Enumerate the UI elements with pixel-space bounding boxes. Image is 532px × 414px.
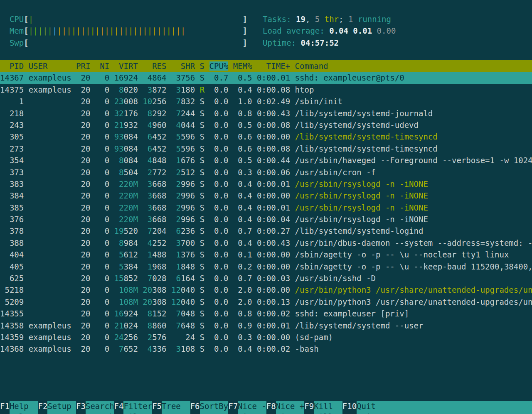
process-row[interactable]: 243 20 0 21932 4960 4044 S 0.0 0.5 0:00.… bbox=[0, 119, 532, 131]
column-header-user[interactable]: USER bbox=[29, 61, 71, 71]
fkey-f6-sortby[interactable]: SortBy bbox=[200, 412, 229, 414]
fkey-f6-key[interactable]: F6 bbox=[190, 401, 200, 412]
process-row[interactable]: 376 20 0 220M 3668 2996 S 0.0 0.4 0:00.0… bbox=[0, 213, 532, 225]
fkey-f1-help[interactable]: Help bbox=[10, 412, 38, 414]
process-row[interactable]: 273 20 0 93084 6452 5596 S 0.0 0.6 0:00.… bbox=[0, 143, 532, 154]
column-header-command[interactable]: Command bbox=[295, 61, 328, 71]
column-header-pri[interactable]: PRI bbox=[76, 61, 90, 71]
fkey-f10-quit[interactable]: Quit bbox=[357, 412, 376, 414]
fkey-f8-nice[interactable]: Nice + bbox=[276, 412, 305, 414]
fkey-f5-tree[interactable]: Tree bbox=[162, 401, 190, 412]
fkey-f6-key[interactable]: F6 bbox=[190, 412, 200, 414]
cpu-percent-cell: 0.7 bbox=[209, 73, 229, 82]
process-row[interactable]: 14375 exampleus 20 0 8020 3872 3180 R 0.… bbox=[0, 84, 532, 96]
process-row[interactable]: 14367 exampleus 20 0 16924 4864 3756 S 0… bbox=[0, 72, 532, 83]
process-row[interactable]: 5209 20 0 108M 20308 12040 S 0.0 2.0 0:0… bbox=[0, 296, 532, 308]
command-cell: /usr/bin/python3 /usr/share/unattended-u… bbox=[295, 297, 532, 306]
virt-cell-pad bbox=[114, 250, 119, 259]
swp-meter-open-bracket: [ bbox=[24, 38, 28, 47]
process-row[interactable]: 14355 20 0 16924 8152 7048 S 0.0 0.8 0:0… bbox=[0, 308, 532, 319]
shr-cell-hi: 7 bbox=[176, 109, 180, 118]
column-header-ni[interactable]: NI bbox=[95, 61, 109, 71]
column-header-shr[interactable]: SHR bbox=[171, 61, 195, 71]
process-row[interactable]: 218 20 0 32176 8292 7244 S 0.0 0.8 0:00.… bbox=[0, 108, 532, 119]
fkey-f7-key[interactable]: F7 bbox=[228, 401, 238, 412]
process-row[interactable]: 404 20 0 5612 1488 1376 S 0.0 0.1 0:00.0… bbox=[0, 249, 532, 260]
fkey-f1-key[interactable]: F1 bbox=[0, 412, 10, 414]
fkey-f1-key[interactable]: F1 bbox=[0, 401, 10, 412]
user-cell: exampleus bbox=[29, 344, 71, 353]
res-cell-pad bbox=[143, 191, 147, 200]
fkey-f2-key[interactable]: F2 bbox=[38, 401, 48, 412]
process-row[interactable]: 354 20 0 8084 4848 1676 S 0.0 0.5 0:00.4… bbox=[0, 154, 532, 166]
fkey-f1-help[interactable]: Help bbox=[10, 401, 38, 412]
virt-cell-pad bbox=[114, 191, 119, 200]
fkey-f3-search[interactable]: Search bbox=[86, 401, 114, 412]
res-cell: 292 bbox=[152, 109, 166, 118]
shr-cell: 244 bbox=[181, 109, 195, 118]
fkey-f3-key[interactable]: F3 bbox=[76, 412, 86, 414]
fkey-f7-key[interactable]: F7 bbox=[228, 412, 238, 414]
process-row[interactable]: 405 20 0 5384 1968 1848 S 0.0 0.2 0:00.0… bbox=[0, 261, 532, 272]
summary-segment: 0.01 bbox=[353, 26, 377, 35]
column-header-res[interactable]: RES bbox=[143, 61, 166, 71]
process-row[interactable]: 5218 20 0 108M 20308 12040 S 0.0 2.0 0:0… bbox=[0, 284, 532, 296]
fkey-f5-key[interactable]: F5 bbox=[152, 401, 162, 412]
res-cell-pad bbox=[143, 179, 147, 189]
fkey-f10-quit[interactable]: Quit bbox=[357, 401, 376, 412]
fkey-f2-setup[interactable]: Setup bbox=[47, 412, 76, 414]
column-header-virt[interactable]: VIRT bbox=[114, 61, 138, 71]
shr-cell-hi: 12 bbox=[171, 285, 181, 294]
fkey-f9-kill[interactable]: Kill bbox=[314, 412, 342, 414]
column-header-time[interactable]: TIME+ bbox=[257, 61, 290, 71]
process-row[interactable]: 14368 exampleus 20 0 7652 4336 3108 S 0.… bbox=[0, 343, 532, 355]
fkey-f4-key[interactable]: F4 bbox=[114, 412, 124, 414]
fkey-f9-key[interactable]: F9 bbox=[304, 401, 314, 412]
process-row[interactable]: 384 20 0 220M 3668 2996 S 0.0 0.4 0:00.0… bbox=[0, 190, 532, 201]
virt-cell-hi: 5 bbox=[119, 262, 123, 271]
process-row[interactable]: 14358 exampleus 20 0 21024 8860 7648 S 0… bbox=[0, 320, 532, 331]
fkey-f8-key[interactable]: F8 bbox=[266, 412, 276, 414]
process-row[interactable]: 1 20 0 23008 10256 7832 S 0.0 1.0 0:02.4… bbox=[0, 96, 532, 107]
ni-cell: 0 bbox=[95, 321, 109, 330]
process-row[interactable]: 385 20 0 220M 3668 2996 S 0.0 0.4 0:00.0… bbox=[0, 202, 532, 213]
fkey-f10-key[interactable]: F10 bbox=[342, 401, 357, 412]
virt-cell: 024 bbox=[124, 321, 138, 330]
fkey-f10-key[interactable]: F10 bbox=[342, 412, 357, 414]
column-header-cpu[interactable]: CPU% bbox=[209, 61, 229, 71]
fkey-f7-nice[interactable]: Nice - bbox=[238, 412, 266, 414]
process-row[interactable]: 388 20 0 8984 4252 3700 S 0.0 0.4 0:00.4… bbox=[0, 237, 532, 249]
fkey-f9-kill[interactable]: Kill bbox=[314, 401, 342, 412]
fkey-f4-filter[interactable]: Filter bbox=[123, 412, 152, 414]
fkey-f4-filter[interactable]: Filter bbox=[123, 401, 152, 412]
column-header-pid[interactable]: PID bbox=[0, 61, 24, 71]
fkey-f8-key[interactable]: F8 bbox=[266, 401, 276, 412]
fkey-f7-nice[interactable]: Nice - bbox=[238, 401, 266, 412]
res-cell: 668 bbox=[152, 215, 166, 224]
fkey-f5-tree[interactable]: Tree bbox=[162, 412, 190, 414]
fkey-f4-key[interactable]: F4 bbox=[114, 401, 124, 412]
time-cell: 0:00.02 bbox=[257, 309, 290, 318]
fkey-f2-setup[interactable]: Setup bbox=[47, 401, 76, 412]
process-row[interactable]: 383 20 0 220M 3668 2996 S 0.0 0.4 0:00.0… bbox=[0, 178, 532, 190]
fkey-f9-key[interactable]: F9 bbox=[304, 412, 314, 414]
fkey-f5-key[interactable]: F5 bbox=[152, 412, 162, 414]
process-row[interactable]: 378 20 0 19520 7204 6236 S 0.0 0.7 0:00.… bbox=[0, 225, 532, 237]
fkey-f3-search[interactable]: Search bbox=[86, 412, 114, 414]
process-row[interactable]: 305 20 0 93084 6452 5596 S 0.0 0.6 0:00.… bbox=[0, 131, 532, 142]
process-row[interactable]: 625 20 0 15852 7028 6164 S 0.0 0.7 0:00.… bbox=[0, 272, 532, 284]
column-header-s[interactable]: S bbox=[200, 61, 204, 71]
fkey-f3-key[interactable]: F3 bbox=[76, 401, 86, 412]
process-row[interactable]: 373 20 0 8504 2772 2512 S 0.0 0.3 0:00.0… bbox=[0, 167, 532, 178]
cpu-percent-cell: 0.0 bbox=[209, 191, 229, 200]
fkey-f6-sortby[interactable]: SortBy bbox=[200, 401, 229, 412]
column-header-mem[interactable]: MEM% bbox=[233, 61, 252, 71]
res-cell-hi: 3 bbox=[148, 203, 152, 212]
state-cell: S bbox=[200, 321, 204, 330]
fkey-f8-nice[interactable]: Nice + bbox=[276, 401, 305, 412]
res-cell-pad bbox=[143, 250, 147, 259]
shr-cell: 164 bbox=[181, 274, 195, 283]
fkey-f2-key[interactable]: F2 bbox=[38, 412, 48, 414]
virt-cell-hi: 21 bbox=[114, 120, 124, 130]
process-row[interactable]: 14359 exampleus 20 0 24256 2576 24 S 0.0… bbox=[0, 331, 532, 343]
